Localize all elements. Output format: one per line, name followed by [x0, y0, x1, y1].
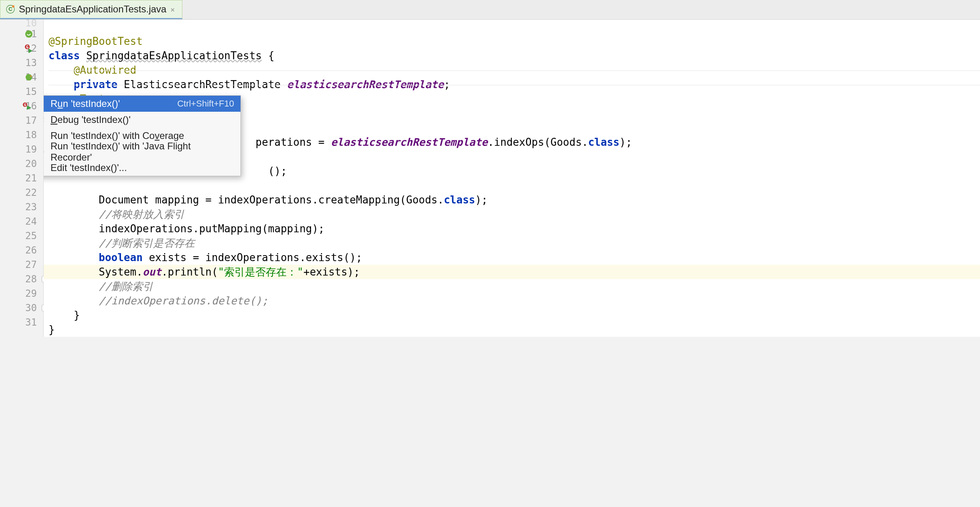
code-line[interactable]: [44, 20, 980, 34]
line-number: 30: [22, 302, 37, 314]
context-menu-item-edit-config[interactable]: Edit 'testIndex()'...: [44, 160, 240, 176]
line-number: 17: [22, 115, 37, 126]
context-menu-item-run[interactable]: Run 'testIndex()' Ctrl+Shift+F10: [44, 96, 240, 112]
line-number: 22: [22, 187, 37, 198]
menu-label: Run 'testIndex()' with Coverage: [51, 130, 234, 141]
code-editor[interactable]: @SpringBootTest class SpringdataEsApplic…: [44, 20, 980, 337]
coverage-icon: [44, 131, 45, 140]
spring-bean-icon: [24, 29, 34, 39]
line-number: 29: [22, 288, 37, 299]
line-number: 21: [22, 173, 37, 184]
context-menu: Run 'testIndex()' Ctrl+Shift+F10 Debug '…: [44, 95, 241, 176]
gutter-line[interactable]: 11: [0, 27, 43, 41]
code-line[interactable]: //将映射放入索引: [44, 207, 980, 221]
context-menu-item-flight-recorder[interactable]: Run 'testIndex()' with 'Java Flight Reco…: [44, 144, 240, 160]
editor-tab-bar: C SpringdataEsApplicationTests.java ✕: [0, 0, 980, 20]
run-class-icon[interactable]: G: [24, 44, 34, 53]
code-line[interactable]: class SpringdataEsApplicationTests {: [44, 48, 980, 63]
svg-text:G: G: [26, 45, 28, 49]
code-line[interactable]: }: [44, 308, 980, 322]
code-line[interactable]: @Autowired: [44, 63, 980, 77]
menu-label: Debug 'testIndex()': [51, 114, 234, 125]
edit-run-config-icon: [44, 163, 45, 172]
run-test-icon[interactable]: G: [22, 101, 32, 111]
line-number: 15: [22, 86, 37, 97]
flight-recorder-icon: [44, 147, 45, 156]
menu-label: Edit 'testIndex()'...: [51, 162, 234, 173]
code-line[interactable]: //删除索引: [44, 279, 980, 294]
line-number: 24: [22, 216, 37, 227]
code-line[interactable]: //判断索引是否存在: [44, 236, 980, 250]
code-line[interactable]: @SpringBootTest: [44, 34, 980, 48]
gutter-line[interactable]: 14: [0, 70, 43, 84]
close-tab-icon[interactable]: ✕: [170, 5, 175, 14]
editor-tab-active[interactable]: C SpringdataEsApplicationTests.java ✕: [0, 0, 182, 19]
autowired-bean-icon: [24, 72, 34, 82]
line-number: 26: [22, 245, 37, 256]
java-class-file-icon: C: [6, 5, 15, 14]
code-line[interactable]: boolean exists = indexOperations.exists(…: [44, 250, 980, 265]
code-line[interactable]: Document mapping = indexOperations.creat…: [44, 193, 980, 207]
line-number: 13: [22, 57, 37, 68]
svg-point-2: [12, 5, 14, 8]
editor-stage: 10 11 G 12 13 14 15 G 16 17 18 19 20 21 …: [0, 20, 980, 337]
code-line[interactable]: //indexOperations.delete();: [44, 294, 980, 308]
tab-filename: SpringdataEsApplicationTests.java: [19, 4, 166, 15]
code-line[interactable]: [44, 178, 980, 193]
code-line[interactable]: }: [44, 322, 980, 337]
code-line[interactable]: indexOperations.putMapping(mapping);: [44, 221, 980, 236]
debug-icon: [44, 115, 45, 124]
line-number: 20: [22, 158, 37, 169]
code-line[interactable]: private ElasticsearchRestTemplate elasti…: [44, 77, 980, 92]
svg-text:G: G: [24, 103, 26, 107]
line-number: 28: [22, 274, 37, 285]
gutter-line[interactable]: G 12: [0, 41, 43, 56]
editor-gutter[interactable]: 10 11 G 12 13 14 15 G 16 17 18 19 20 21 …: [0, 20, 44, 337]
line-number: 27: [22, 259, 37, 270]
menu-shortcut: Ctrl+Shift+F10: [177, 99, 234, 109]
line-number: 18: [22, 129, 37, 141]
gutter-line[interactable]: G 16: [0, 99, 43, 113]
run-icon: [44, 99, 45, 108]
line-number: 25: [22, 230, 37, 241]
line-number: 23: [22, 201, 37, 213]
line-number: 19: [22, 144, 37, 155]
svg-text:C: C: [8, 6, 12, 12]
line-number: 31: [22, 317, 37, 328]
code-line-current[interactable]: System.out.println("索引是否存在："+exists);: [44, 265, 980, 279]
menu-label: Run 'testIndex()' with 'Java Flight Reco…: [51, 141, 234, 163]
context-menu-item-debug[interactable]: Debug 'testIndex()': [44, 112, 240, 128]
menu-label: Run 'testIndex()': [51, 98, 172, 109]
